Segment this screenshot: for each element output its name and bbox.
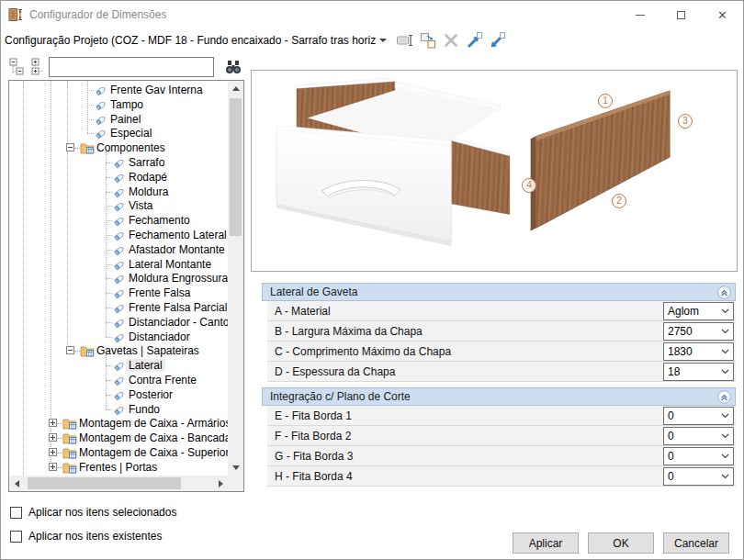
tree-item-label: Contra Frente xyxy=(126,374,199,386)
tree-item-lateral-montante[interactable]: Lateral Montante xyxy=(9,257,228,272)
tree-folder-montagem-de-caixa-arm-rios[interactable]: Montagem de Caixa - Armários xyxy=(9,416,228,431)
property-value-select[interactable]: Aglom xyxy=(663,302,734,320)
property-value-select[interactable]: 18 xyxy=(663,363,734,381)
tree-folder-componentes[interactable]: Componentes xyxy=(9,140,228,155)
export-config-icon[interactable] xyxy=(465,31,483,50)
tree-item-label: Moldura Engrossurament xyxy=(126,272,228,285)
rename-config-icon[interactable] xyxy=(396,31,414,50)
find-icon[interactable] xyxy=(224,58,242,76)
tree-folder-montagem-de-caixa-bancadas[interactable]: Montagem de Caixa - Bancadas xyxy=(9,431,228,445)
property-value-select[interactable]: 2750 xyxy=(663,322,734,341)
tree-item-vista[interactable]: Vista xyxy=(9,198,228,213)
collapse-group-button[interactable] xyxy=(717,286,731,299)
tree-folder-frentes-portas[interactable]: Frentes | Portas xyxy=(9,460,228,475)
tree-item-label: Gavetas | Sapateiras xyxy=(94,344,202,357)
group-header-integracao-plano-corte[interactable]: Integração c/ Plano de Corte xyxy=(262,387,736,406)
tree-item-contra-frente[interactable]: Contra Frente xyxy=(9,373,228,387)
tag-icon xyxy=(112,243,127,256)
apply-existing-items-checkbox[interactable] xyxy=(10,531,22,543)
config-toolbar: Configuração Projeto (COZ - MDF 18 - Fun… xyxy=(1,28,743,52)
tree-item-sarrafo[interactable]: Sarrafo xyxy=(9,155,228,170)
tree-item-afastador-montante[interactable]: Afastador Montante xyxy=(9,242,228,257)
tree-connector-line xyxy=(106,220,112,221)
vertical-scroll-thumb[interactable] xyxy=(230,98,242,236)
collapse-node-icon[interactable] xyxy=(66,346,74,354)
tree-horizontal-scrollbar[interactable] xyxy=(9,476,229,491)
tree-item-tampo[interactable]: Tampo xyxy=(9,97,228,112)
expand-node-icon[interactable] xyxy=(49,433,57,442)
tree-item-fundo[interactable]: Fundo xyxy=(9,402,228,417)
ok-button[interactable]: OK xyxy=(588,532,654,554)
tree-item-label: Componentes xyxy=(94,141,168,154)
expand-node-icon[interactable] xyxy=(49,463,57,471)
minimize-icon xyxy=(636,15,645,16)
tree-item-fechamento[interactable]: Fechamento xyxy=(9,213,228,228)
group-header-lateral-de-gaveta[interactable]: Lateral de Gaveta xyxy=(262,283,736,301)
tree-connector-line xyxy=(106,293,112,294)
tree-folder-montagem-de-caixa-superior[interactable]: Montagem de Caixa - Superior xyxy=(9,445,228,460)
property-value-select[interactable]: 0 xyxy=(663,447,734,465)
tree-item-label: Moldura xyxy=(126,185,171,198)
tree-connector-line xyxy=(106,409,112,410)
tree-item-distanciador[interactable]: Distanciador xyxy=(9,330,228,344)
tree-item-label: Montagem de Caixa - Armários xyxy=(76,417,228,430)
tree-item-moldura-engrossurament[interactable]: Moldura Engrossurament xyxy=(9,271,228,286)
tree-item-frente-falsa-parcial[interactable]: Frente Falsa Parcial xyxy=(9,300,228,315)
horizontal-scroll-thumb[interactable] xyxy=(28,477,181,489)
cancel-button[interactable]: Cancelar xyxy=(663,532,729,554)
minimize-button[interactable] xyxy=(619,1,660,28)
property-value-select[interactable]: 0 xyxy=(663,427,734,445)
config-selector[interactable]: Configuração Projeto (COZ - MDF 18 - Fun… xyxy=(5,30,394,50)
tree-item-distanciador-canto-ret[interactable]: Distanciador - Canto Ret xyxy=(9,315,228,330)
tree-connector-line xyxy=(106,322,112,323)
apply-button[interactable]: Aplicar xyxy=(513,532,579,554)
tree-search-input[interactable] xyxy=(49,57,214,77)
property-label: A - Material xyxy=(275,305,331,318)
tree-item-frente-falsa[interactable]: Frente Falsa xyxy=(9,286,228,300)
property-value-select[interactable]: 0 xyxy=(663,407,734,425)
tree-item-label: Frente Falsa xyxy=(126,286,193,299)
tree-item-painel[interactable]: Painel xyxy=(9,112,228,127)
tree-item-lateral[interactable]: Lateral xyxy=(9,358,228,373)
collapse-group-button[interactable] xyxy=(717,390,731,404)
titlebar[interactable]: Configurador de Dimensões ✕ xyxy=(1,1,743,28)
tree-item-frente-gav-interna[interactable]: Frente Gav Interna xyxy=(9,83,228,97)
arrow-down-icon xyxy=(232,465,240,470)
maximize-button[interactable] xyxy=(660,1,702,28)
property-value-select[interactable]: 0 xyxy=(663,467,734,486)
expand-node-icon[interactable] xyxy=(49,419,57,427)
tree-item-posterior[interactable]: Posterior xyxy=(9,387,228,402)
duplicate-config-icon[interactable] xyxy=(419,31,437,50)
import-config-icon[interactable] xyxy=(488,31,506,50)
scroll-left-button[interactable] xyxy=(9,476,25,491)
tree-item-especial[interactable]: Especial xyxy=(9,126,228,140)
folder-icon xyxy=(62,417,77,430)
scroll-down-button[interactable] xyxy=(228,460,243,476)
expand-all-icon[interactable] xyxy=(31,58,48,76)
property-value-select[interactable]: 1830 xyxy=(663,342,734,361)
collapse-node-icon[interactable] xyxy=(66,143,74,151)
edge-number-badge-4: 4 xyxy=(522,178,536,193)
scroll-right-button[interactable] xyxy=(213,476,229,491)
collapse-all-icon[interactable] xyxy=(9,58,26,76)
tree-item-label: Montagem de Caixa - Bancadas xyxy=(76,431,228,444)
delete-config-icon[interactable] xyxy=(442,31,460,50)
scroll-up-button[interactable] xyxy=(228,81,243,96)
tree-item-rodap-[interactable]: Rodapé xyxy=(9,170,228,185)
chevron-down-icon xyxy=(721,308,733,314)
window-title: Configurador de Dimensões xyxy=(29,8,166,21)
tree-item-moldura[interactable]: Moldura xyxy=(9,185,228,199)
close-button[interactable]: ✕ xyxy=(702,1,743,28)
tree-connector-line xyxy=(106,192,112,193)
tree-item-fechamento-lateral[interactable]: Fechamento Lateral xyxy=(9,228,228,242)
tree-item-label: Fechamento xyxy=(126,214,193,227)
expand-node-icon[interactable] xyxy=(49,448,57,456)
tree-folder-gavetas-sapateiras[interactable]: Gavetas | Sapateiras xyxy=(9,343,228,358)
tree-vertical-scrollbar[interactable] xyxy=(228,81,243,476)
tree-rows: Frente Gav InternaTampoPainelEspecialCom… xyxy=(9,81,228,476)
edge-number-badge-3: 3 xyxy=(678,114,693,129)
tag-icon xyxy=(94,84,108,96)
chevron-down-icon xyxy=(721,433,733,439)
tag-icon xyxy=(112,272,127,285)
apply-selected-items-checkbox[interactable] xyxy=(10,507,22,519)
